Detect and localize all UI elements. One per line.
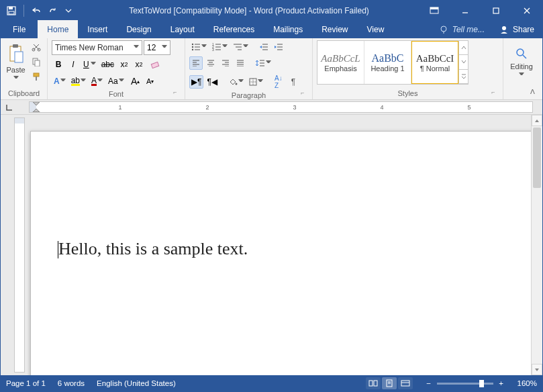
justify-button[interactable] <box>234 56 247 70</box>
cut-button[interactable] <box>30 40 43 54</box>
zoom-track[interactable] <box>437 383 493 385</box>
editing-button[interactable]: Editing <box>507 40 536 85</box>
tab-file[interactable]: File <box>1 20 38 38</box>
status-words[interactable]: 6 words <box>58 379 85 387</box>
underline-button[interactable]: U <box>81 58 98 71</box>
paste-button[interactable]: Paste <box>5 40 27 85</box>
style-name: Emphasis <box>324 64 356 72</box>
scroll-thumb[interactable] <box>533 128 541 188</box>
font-color-button[interactable]: A <box>89 75 105 88</box>
tab-selector[interactable] <box>1 100 28 114</box>
grow-font-button[interactable]: A▴ <box>129 74 142 89</box>
save-icon[interactable] <box>5 4 18 17</box>
styles-scroll-up-icon[interactable] <box>459 41 468 55</box>
svg-point-67 <box>517 49 524 56</box>
indent-markers-icon[interactable] <box>32 101 42 113</box>
subscript-button[interactable]: x2 <box>117 58 131 71</box>
sort-button[interactable]: A↓Z <box>272 72 285 91</box>
status-page[interactable]: Page 1 of 1 <box>6 379 46 387</box>
tab-view[interactable]: View <box>358 20 394 38</box>
vertical-scrollbar[interactable] <box>531 115 542 375</box>
copy-button[interactable] <box>30 55 43 68</box>
web-layout-icon[interactable] <box>398 377 413 389</box>
multilevel-list-button[interactable] <box>231 40 250 54</box>
read-mode-icon[interactable] <box>366 377 381 389</box>
font-size-combo[interactable]: 12 <box>144 40 170 55</box>
tab-review[interactable]: Review <box>312 20 357 38</box>
document-body[interactable]: Hello, this is a sample text. <box>31 132 531 259</box>
close-icon[interactable] <box>511 1 542 20</box>
superscript-button[interactable]: x2 <box>132 58 146 71</box>
vertical-ruler[interactable] <box>14 117 25 373</box>
italic-button[interactable]: I <box>66 58 80 71</box>
ltr-button[interactable]: ▶¶ <box>189 75 203 89</box>
font-launcher-icon[interactable]: ⌐ <box>168 85 182 99</box>
zoom-out-icon[interactable]: − <box>425 379 433 387</box>
scroll-track[interactable] <box>532 126 542 364</box>
align-center-button[interactable] <box>204 56 217 70</box>
style-emphasis[interactable]: AaBbCcL Emphasis <box>317 41 364 84</box>
svg-rect-6 <box>493 8 499 13</box>
tab-insert[interactable]: Insert <box>78 20 117 38</box>
change-case-button[interactable]: Aa <box>106 75 126 88</box>
redo-icon[interactable] <box>46 4 59 17</box>
clear-formatting-button[interactable] <box>148 58 163 71</box>
styles-launcher-icon[interactable]: ⌐ <box>487 85 500 99</box>
ruler-num: 5 <box>467 104 471 111</box>
status-language[interactable]: English (United States) <box>97 379 176 387</box>
styles-scroll-down-icon[interactable] <box>459 55 468 69</box>
print-layout-icon[interactable] <box>382 377 397 389</box>
undo-icon[interactable] <box>30 4 43 17</box>
format-painter-button[interactable] <box>30 70 43 83</box>
scroll-down-icon[interactable] <box>532 364 542 375</box>
zoom-level[interactable]: 160% <box>517 379 537 387</box>
style-preview: AaBbCcI <box>416 53 454 64</box>
share-button[interactable]: Share <box>491 20 542 38</box>
svg-point-22 <box>192 44 193 45</box>
page-container[interactable]: Hello, this is a sample text. <box>28 115 531 375</box>
bold-button[interactable]: B <box>52 58 65 71</box>
svg-rect-4 <box>430 7 438 9</box>
outdent-icon <box>259 43 268 51</box>
horizontal-ruler[interactable]: 1 2 3 4 5 <box>29 101 533 113</box>
style-name: Heading 1 <box>371 64 404 72</box>
maximize-icon[interactable] <box>481 1 511 20</box>
styles-more-icon[interactable] <box>459 70 468 84</box>
zoom-in-icon[interactable]: + <box>497 379 505 387</box>
align-right-button[interactable] <box>219 56 232 70</box>
style-preview: AaBbC <box>372 52 404 64</box>
zoom-thumb[interactable] <box>479 380 484 387</box>
tab-layout[interactable]: Layout <box>161 20 204 38</box>
tab-design[interactable]: Design <box>117 20 160 38</box>
tell-me-search[interactable]: Tell me... <box>432 20 491 38</box>
style-normal[interactable]: AaBbCcI ¶ Normal <box>411 41 458 84</box>
highlight-button[interactable]: ab <box>69 75 88 88</box>
increase-indent-button[interactable] <box>272 40 285 54</box>
font-name-combo[interactable]: Times New Roman <box>52 40 142 55</box>
zoom-slider[interactable]: − + <box>425 379 505 387</box>
tab-mailings[interactable]: Mailings <box>264 20 312 38</box>
align-left-button[interactable] <box>189 56 203 70</box>
text-effects-button[interactable]: A <box>52 75 68 88</box>
shading-button[interactable] <box>226 75 246 89</box>
svg-line-68 <box>523 55 526 58</box>
minimize-icon[interactable] <box>450 1 481 20</box>
ribbon-display-options-icon[interactable] <box>419 1 450 20</box>
bullets-button[interactable] <box>189 40 209 54</box>
page[interactable]: Hello, this is a sample text. <box>30 131 531 375</box>
style-heading-1[interactable]: AaBbC Heading 1 <box>364 41 411 84</box>
collapse-ribbon-icon[interactable]: ᐱ <box>526 85 539 98</box>
shrink-font-button[interactable]: A▾ <box>144 75 157 88</box>
decrease-indent-button[interactable] <box>257 40 270 54</box>
clipboard-launcher-icon[interactable]: ⌐ <box>31 85 44 99</box>
scroll-up-icon[interactable] <box>532 115 542 126</box>
tab-home[interactable]: Home <box>38 20 78 38</box>
numbering-button[interactable]: 123 <box>210 40 230 54</box>
borders-button[interactable] <box>247 75 265 89</box>
rtl-button[interactable]: ¶◀ <box>205 75 219 89</box>
strikethrough-button[interactable]: abc <box>99 58 116 71</box>
tab-references[interactable]: References <box>204 20 264 38</box>
paragraph-launcher-icon[interactable]: ⌐ <box>296 86 309 99</box>
line-spacing-button[interactable] <box>254 56 273 70</box>
qat-customize-icon[interactable] <box>62 4 75 17</box>
